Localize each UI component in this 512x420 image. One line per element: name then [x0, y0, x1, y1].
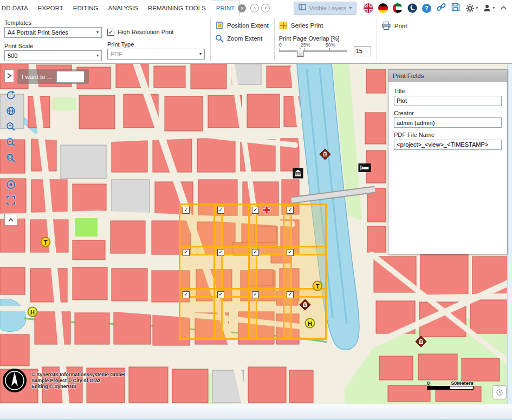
tab-export[interactable]: EXPORT — [33, 1, 68, 16]
app-window: DD DATA EXPORT EDITING ANALYSIS REMAININ… — [0, 0, 512, 420]
collapse-ribbon-icon[interactable] — [500, 3, 508, 13]
visible-layers-dropdown[interactable]: Visible Layers ▾ — [294, 2, 357, 15]
synergis-logo-icon — [2, 368, 27, 393]
i-want-to-input[interactable] — [56, 71, 85, 83]
marker-letter: H — [30, 309, 35, 315]
scalebar-label: 50Meters — [451, 380, 474, 386]
slider-handle[interactable] — [297, 48, 304, 57]
position-extent-icon — [215, 21, 224, 30]
h-stop-marker-icon: H — [305, 318, 315, 329]
zoom-window-icon[interactable] — [4, 152, 17, 165]
user-menu[interactable]: ▾ — [483, 4, 495, 12]
history-clock-button[interactable] — [492, 385, 507, 399]
expand-sidebar-button[interactable] — [4, 69, 14, 82]
slider-track[interactable] — [279, 50, 347, 52]
museum-square-marker-icon — [293, 168, 303, 179]
collapse-toolbar-button[interactable] — [4, 214, 17, 226]
map-area: ✓ ✓ ✓ ✓ ✓ ✓ ✓ ✓ ✓ ✓ ✓ ✓ — [0, 64, 512, 404]
globe-icon[interactable] — [4, 104, 17, 117]
zoom-extent-icon — [215, 34, 224, 43]
zoom-in-icon[interactable] — [4, 120, 17, 133]
caret-down-icon: ▾ — [96, 54, 99, 58]
tab-editing[interactable]: EDITING — [68, 1, 103, 16]
user-icon — [483, 4, 491, 12]
print-page-checkbox[interactable]: ✓ — [287, 207, 294, 214]
help-icon[interactable]: ? — [422, 4, 431, 13]
zoom-extent-label: Zoom Extent — [227, 35, 262, 42]
series-print-button[interactable]: Series Print — [279, 21, 371, 30]
tab-remaining-tools[interactable]: REMAINING TOOLS — [143, 1, 211, 16]
tram-stop-marker-icon: T — [313, 281, 323, 291]
slider-tick-50: 50% — [326, 42, 335, 48]
caret-down-icon: ▾ — [199, 52, 202, 56]
center-position-icon[interactable] — [4, 178, 17, 191]
templates-dropdown[interactable]: A4 Portrait Print Series ▾ — [4, 27, 102, 38]
print-page-checkbox[interactable]: ✓ — [287, 291, 294, 298]
close-tab-icon[interactable]: × — [238, 4, 246, 12]
full-extent-icon[interactable] — [4, 194, 17, 207]
h-stop-marker-icon: H — [28, 307, 38, 317]
tram-stop-marker-icon: T — [41, 237, 51, 247]
print-page-checkbox[interactable]: ✓ — [183, 207, 190, 214]
slider-tick-25: 25% — [301, 42, 310, 48]
zoom-out-icon[interactable] — [4, 136, 17, 149]
copyright-line: © SynerGIS Informationssysteme GmbH — [31, 372, 125, 378]
link-icon[interactable] — [436, 2, 446, 14]
high-resolution-checkbox[interactable]: ✓ — [107, 29, 114, 36]
print-label: Print — [394, 23, 407, 29]
scalebar-zero: 0 — [427, 380, 430, 386]
ribbon-nav-right-icon[interactable]: › — [261, 4, 270, 12]
print-type-dropdown[interactable]: PDF ▾ — [107, 49, 205, 60]
tab-analysis[interactable]: ANALYSIS — [103, 1, 143, 16]
gear-icon — [465, 4, 475, 13]
tab-print[interactable]: PRINT — [211, 1, 241, 16]
save-icon[interactable] — [451, 2, 461, 14]
flag-uae-icon[interactable] — [393, 3, 403, 13]
marker-letter: T — [316, 283, 320, 289]
tab-add-data[interactable]: DD DATA — [0, 1, 33, 16]
print-scale-dropdown[interactable]: 500 ▾ — [4, 50, 102, 61]
menu-tabs: DD DATA EXPORT EDITING ANALYSIS REMAININ… — [0, 0, 272, 16]
overlap-slider[interactable]: 0 25% 50% — [279, 43, 349, 59]
settings-menu[interactable]: ▾ — [465, 4, 478, 13]
overlap-label: Print Page Overlap [%] — [279, 35, 371, 42]
print-page-checkbox[interactable]: ✓ — [217, 207, 224, 214]
print-page-checkbox[interactable]: ✓ — [252, 291, 259, 298]
series-print-label: Series Print — [291, 22, 323, 29]
museum-diamond-marker-icon — [299, 298, 312, 313]
title-field-input[interactable] — [394, 96, 502, 106]
copyright-line: Sample Project © City of Graz — [31, 378, 125, 384]
series-print-icon — [279, 21, 288, 30]
flag-uk-icon[interactable] — [364, 3, 373, 13]
print-type-value: PDF — [111, 51, 122, 57]
night-mode-icon[interactable] — [407, 3, 417, 13]
ribbon-group-template: Templates A4 Portrait Print Series ▾ Pri… — [0, 16, 210, 63]
visible-layers-label: Visible Layers — [309, 5, 346, 11]
overlap-value-input[interactable] — [354, 46, 371, 56]
print-page-checkbox[interactable]: ✓ — [252, 207, 259, 214]
print-page-checkbox[interactable]: ✓ — [217, 291, 224, 298]
ribbon-nav-left-icon[interactable]: ‹ — [250, 4, 259, 12]
marker-letter: T — [44, 239, 48, 245]
refresh-icon[interactable] — [4, 89, 17, 102]
position-extent-button[interactable]: Position Extent — [215, 21, 269, 30]
print-page-checkbox[interactable]: ✓ — [252, 249, 259, 256]
print-page-checkbox[interactable]: ✓ — [287, 249, 294, 256]
flag-germany-icon[interactable] — [378, 3, 388, 13]
slider-tick-0: 0 — [279, 42, 282, 48]
status-footer — [0, 404, 512, 420]
menubar-right-icons: Visible Layers ▾ ? — [294, 2, 512, 15]
creator-field-input[interactable] — [394, 117, 502, 128]
print-scale-label: Print Scale — [4, 43, 102, 49]
print-page-checkbox[interactable]: ✓ — [183, 291, 190, 298]
pdf-file-name-input[interactable] — [394, 140, 502, 150]
print-button[interactable]: Print — [381, 21, 407, 30]
ribbon-group-extent: Position Extent Zoom Extent — [211, 16, 274, 63]
print-page-checkbox[interactable]: ✓ — [183, 249, 190, 256]
print-page-checkbox[interactable]: ✓ — [217, 249, 224, 256]
printer-icon — [381, 21, 391, 30]
i-want-to-widget[interactable]: I want to ... — [17, 69, 89, 84]
ribbon-group-print: Print — [377, 16, 413, 63]
panel-edge-strip[interactable] — [507, 64, 512, 404]
zoom-extent-button[interactable]: Zoom Extent — [215, 34, 269, 43]
